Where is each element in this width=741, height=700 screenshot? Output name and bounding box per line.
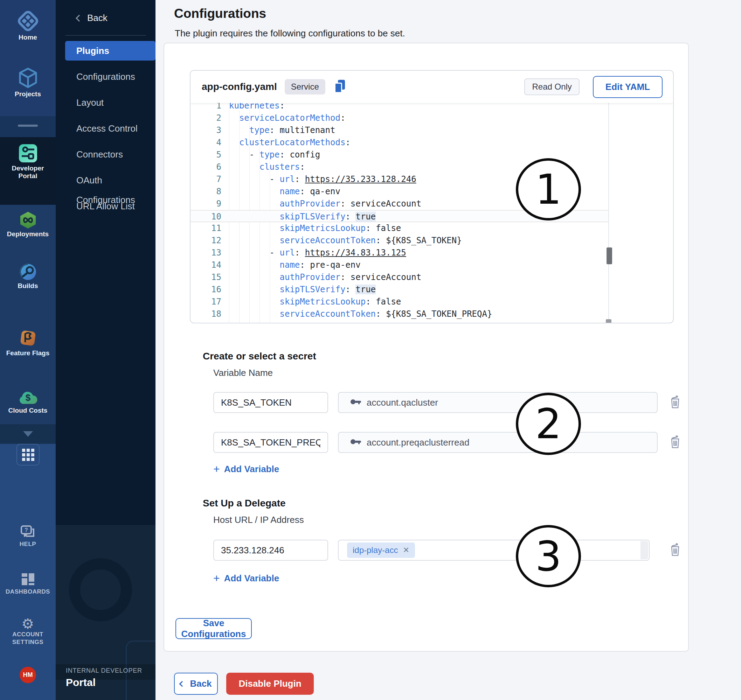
cloud-costs-icon: $ (18, 389, 38, 407)
rail-item-builds[interactable]: Builds (0, 263, 56, 290)
rail-label: Feature Flags (0, 349, 56, 357)
sidebar-item-layout[interactable]: Layout (65, 93, 156, 112)
line-content: - url: https://35.233.128.246 (221, 173, 416, 185)
read-only-badge: Read Only (524, 78, 579, 95)
developer-portal-icon (18, 144, 38, 165)
rail-divider-section (0, 116, 56, 137)
dashboards-icon (21, 573, 35, 588)
annotation-circle-3: 3 (516, 525, 581, 587)
sidebar-item-plugins[interactable]: Plugins (65, 41, 156, 60)
delete-delegate-button[interactable] (670, 543, 682, 557)
configurations-card: app-config.yaml Service Read Only Edit Y… (164, 43, 689, 652)
line-content: skipTLSVerify: true (221, 211, 376, 222)
yaml-line[interactable]: 1kubernetes: (190, 103, 608, 112)
yaml-line[interactable]: 2 serviceLocatorMethod: (190, 112, 608, 124)
variable-name-input[interactable] (213, 432, 328, 453)
sidebar-item-oauth-configurations[interactable]: OAuth Configurations (65, 171, 156, 190)
svg-text:?: ? (25, 527, 28, 533)
yaml-line[interactable]: 16 skipTLSVerify: true (190, 284, 608, 296)
app-window: Home Projects Developer Portal Deploymen… (0, 0, 741, 700)
feature-flags-icon (18, 328, 38, 349)
plus-icon: + (213, 463, 220, 476)
secret-select-field[interactable]: account.qacluster (338, 392, 658, 413)
chevron-down-icon[interactable] (23, 431, 33, 437)
page-title: Configurations (174, 6, 266, 21)
rail-label: Builds (0, 282, 56, 290)
cube-icon (18, 67, 38, 90)
harness-logo-icon (18, 10, 38, 34)
editor-scrollbar-thumb[interactable] (607, 247, 612, 264)
rail-item-dashboards[interactable]: DASHBOARDS (0, 573, 56, 596)
add-variable-link[interactable]: + Add Variable (213, 572, 279, 585)
secret-select-field[interactable]: account.preqaclusterread (338, 432, 658, 453)
yaml-line[interactable]: 14 name: pre-qa-env (190, 259, 608, 271)
host-url-label: Host URL / IP Address (213, 515, 304, 525)
line-number: 6 (190, 161, 221, 173)
line-number: 8 (190, 185, 221, 198)
chevron-left-icon (76, 15, 82, 22)
rail-item-projects[interactable]: Projects (0, 67, 56, 98)
yaml-line[interactable]: 18 serviceAccountToken: ${K8S_SA_TOKEN_P… (190, 308, 608, 320)
sidebar-item-configurations[interactable]: Configurations (65, 67, 156, 87)
sidebar-item-url-allow-list[interactable]: URL Allow List (65, 196, 156, 216)
line-content: name: qa-env (221, 185, 340, 198)
save-configurations-button[interactable]: Save Configurations (175, 618, 252, 639)
annotation-circle-1: 1 (516, 158, 581, 221)
delegate-heading: Set Up a Delegate (203, 498, 286, 509)
disable-plugin-button[interactable]: Disable Plugin (226, 673, 314, 695)
line-content: authProvider: serviceAccount (221, 198, 421, 210)
module-grid-button[interactable] (16, 444, 40, 466)
add-variable-link[interactable]: + Add Variable (213, 463, 279, 476)
delegate-tags-field[interactable]: idp-play-acc ✕ (338, 540, 650, 561)
plugin-sidebar: Back Plugins Configurations Layout Acces… (56, 0, 156, 700)
sidebar-footer: INTERNAL DEVELOPER Portal (66, 667, 142, 688)
secret-value: account.preqaclusterread (367, 437, 469, 448)
remove-tag-icon[interactable]: ✕ (403, 546, 409, 555)
line-content: serviceLocatorMethod: (221, 112, 345, 124)
rail-item-help[interactable]: ? HELP (0, 525, 56, 548)
yaml-line[interactable]: 3 type: multiTenant (190, 124, 608, 137)
yaml-line[interactable]: 13 - url: https://34.83.13.125 (190, 247, 608, 259)
sidebar-item-connectors[interactable]: Connectors (65, 144, 156, 164)
yaml-line[interactable]: 11 skipMetricsLookup: false (190, 222, 608, 234)
rail-item-cloud-costs[interactable]: $ Cloud Costs (0, 389, 56, 415)
variable-name-input[interactable] (213, 392, 328, 413)
host-url-input[interactable] (213, 540, 328, 561)
copy-icon[interactable] (334, 80, 346, 94)
back-button[interactable]: Back (174, 673, 218, 695)
line-number: 16 (190, 284, 221, 296)
user-avatar[interactable]: HM (20, 667, 36, 683)
rail-label: Cloud Costs (0, 407, 56, 415)
rail-item-developer-portal[interactable]: Developer Portal (0, 144, 56, 180)
rail-item-deployments[interactable]: Deployments (0, 212, 56, 238)
rail-item-feature-flags[interactable]: Feature Flags (0, 328, 56, 357)
delegate-tag-chip[interactable]: idp-play-acc ✕ (347, 543, 415, 558)
line-number: 7 (190, 173, 221, 185)
yaml-line[interactable]: 12 serviceAccountToken: ${K8S_SA_TOKEN} (190, 234, 608, 247)
tag-label: idp-play-acc (353, 545, 398, 555)
line-content: skipMetricsLookup: false (221, 296, 401, 308)
yaml-line[interactable]: 17 skipMetricsLookup: false (190, 296, 608, 308)
sidebar-item-access-control[interactable]: Access Control (65, 119, 156, 138)
yaml-line[interactable]: 15 authProvider: serviceAccount (190, 271, 608, 284)
line-content: type: multiTenant (221, 124, 335, 137)
line-content: name: pre-qa-env (221, 259, 361, 271)
line-number: 1 (190, 103, 221, 112)
delete-variable-button[interactable] (670, 435, 682, 449)
footer-eyebrow: INTERNAL DEVELOPER (66, 667, 142, 675)
line-content: skipMetricsLookup: false (221, 222, 401, 234)
line-content: - type: config (221, 149, 320, 161)
rail-label: Portal (0, 172, 56, 180)
add-variable-label: Add Variable (224, 573, 280, 584)
line-number: 9 (190, 198, 221, 210)
edit-yaml-button[interactable]: Edit YAML (593, 76, 663, 98)
rail-label: ACCOUNT (0, 631, 56, 638)
sidebar-divider (65, 35, 146, 36)
rail-bottom-section (0, 444, 56, 700)
back-nav[interactable]: Back (77, 13, 108, 24)
rail-item-home[interactable]: Home (0, 10, 56, 41)
line-number: 13 (190, 247, 221, 259)
delete-variable-button[interactable] (670, 396, 682, 409)
rail-item-account-settings[interactable]: ⚙ ACCOUNT SETTINGS (0, 617, 56, 646)
yaml-line[interactable]: 4 clusterLocatorMethods: (190, 137, 608, 149)
